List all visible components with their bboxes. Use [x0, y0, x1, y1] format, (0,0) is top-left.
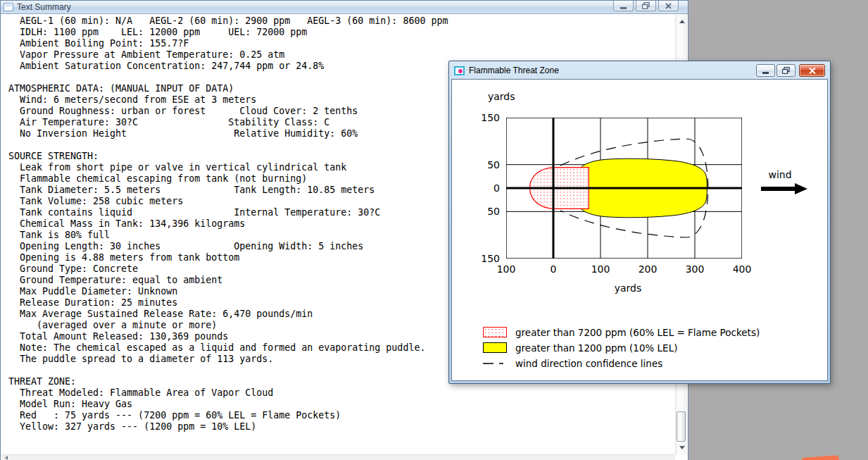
- restore-icon: [642, 2, 650, 9]
- close-icon: [809, 68, 816, 74]
- threat-zone-titlebar[interactable]: Flammable Threat Zone: [451, 63, 829, 78]
- legend-label: wind direction confidence lines: [515, 358, 662, 369]
- close-icon: [665, 3, 672, 9]
- y-tick-label: 50: [465, 206, 500, 217]
- threat-zone-title: Flammable Threat Zone: [469, 66, 559, 75]
- text-summary-titlebar[interactable]: Text Summary: [1, 1, 688, 14]
- text-summary-window-controls: [613, 1, 679, 11]
- threat-zone-plot-area: yards: [451, 79, 828, 381]
- y-axis-unit-label: yards: [488, 91, 515, 102]
- scroll-down-button[interactable]: [676, 442, 688, 453]
- wind-arrow-icon: [760, 182, 809, 195]
- scroll-up-button[interactable]: [676, 15, 688, 27]
- y-tick-label: 150: [465, 112, 500, 123]
- text-summary-title: Text Summary: [17, 2, 71, 12]
- arrow-left-icon: [5, 456, 8, 460]
- red-zone-swatch: [483, 327, 507, 337]
- close-button[interactable]: [799, 64, 825, 77]
- x-tick-label: 100: [586, 263, 615, 275]
- threat-zone-window-icon: [454, 66, 465, 75]
- y-tick-label: 150: [465, 253, 500, 264]
- y-tick-label: 0: [465, 182, 500, 194]
- flammable-threat-zone-window: Flammable Threat Zone yards: [448, 61, 831, 384]
- arrow-down-icon: [679, 446, 685, 449]
- minimize-icon: [762, 68, 769, 74]
- x-axis-unit-label: yards: [600, 282, 656, 294]
- x-tick-label: 200: [634, 263, 662, 275]
- restore-button[interactable]: [776, 64, 795, 77]
- text-summary-window-icon: [4, 3, 13, 11]
- wind-label: wind: [759, 169, 801, 180]
- legend-label: greater than 7200 ppm (60% LEL = Flame P…: [515, 327, 760, 338]
- legend-item-confidence: wind direction confidence lines: [483, 358, 662, 369]
- minimize-button[interactable]: [613, 1, 634, 11]
- legend-item-red: greater than 7200 ppm (60% LEL = Flame P…: [483, 327, 760, 338]
- app-desktop: { "app_background_color": "#ababab", "te…: [0, 0, 868, 460]
- legend-item-yellow: greater than 1200 ppm (10% LEL): [483, 342, 677, 354]
- x-tick-label: 300: [681, 263, 709, 275]
- x-tick-label: 400: [728, 263, 756, 275]
- threat-zone-plot: [506, 118, 742, 259]
- x-tick-label: 0: [539, 263, 567, 275]
- minimize-icon: [620, 3, 627, 9]
- y-tick-label: 50: [465, 159, 500, 170]
- close-button[interactable]: [658, 1, 679, 11]
- minimize-button[interactable]: [756, 64, 775, 77]
- x-tick-label: 100: [492, 263, 520, 275]
- background-object-sliver: [801, 455, 839, 460]
- dashed-line-swatch: [483, 358, 507, 368]
- restore-icon: [782, 67, 790, 74]
- plot-axes: [506, 118, 742, 259]
- legend-label: greater than 1200 ppm (10% LEL): [515, 342, 677, 354]
- restore-button[interactable]: [636, 1, 656, 11]
- horizontal-scrollbar[interactable]: [1, 454, 675, 460]
- arrow-up-icon: [679, 20, 685, 23]
- vertical-scrollbar-thumb[interactable]: [677, 411, 686, 442]
- threat-zone-window-controls: [756, 64, 825, 77]
- yellow-zone-swatch: [483, 342, 507, 353]
